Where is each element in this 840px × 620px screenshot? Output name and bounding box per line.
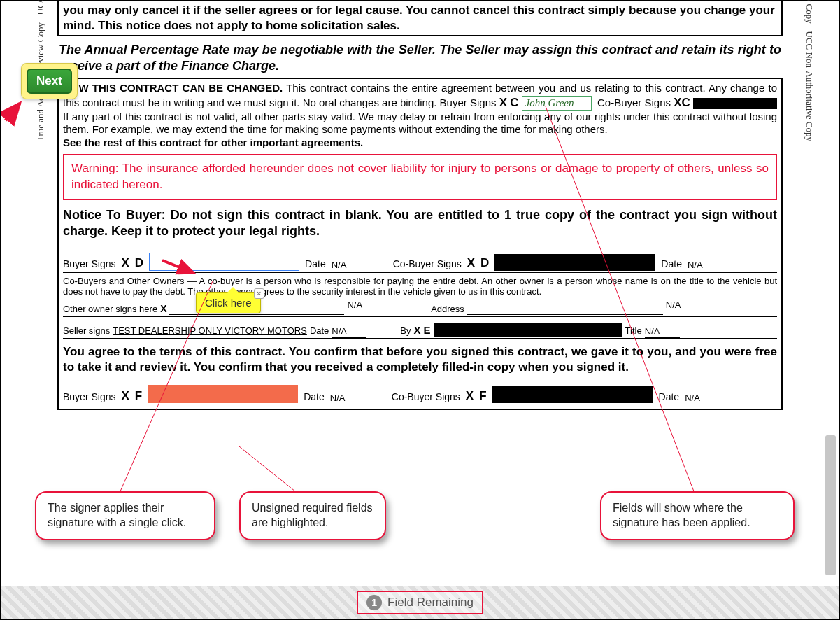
negotiable-notice: The Annual Percentage Rate may be negoti… — [57, 36, 783, 78]
watermark-right: True and Accurate Review Copy - UCC Non-… — [804, 0, 815, 141]
date-label: Date — [310, 325, 329, 337]
agree-terms-text: You agree to the terms of this contract.… — [63, 344, 777, 375]
footer-bar: 1 Field Remaining — [1, 586, 839, 619]
cobuyer-signature-c-redacted — [693, 98, 777, 109]
how-changed-box: HOW THIS CONTRACT CAN BE CHANGED. This c… — [57, 78, 783, 410]
date-val-buyer-d: N/A — [332, 260, 366, 272]
date-label: Date — [305, 258, 326, 271]
x-mark: X — [499, 96, 507, 109]
sig-letter-f: F — [135, 388, 142, 403]
next-button-wrap: Next — [21, 63, 78, 99]
cancel-notice-box: you may only cancel it if the seller agr… — [57, 1, 783, 36]
buyer-signs-label: Buyer Signs — [63, 391, 115, 404]
sig-letter-e: E — [424, 324, 431, 337]
see-rest-text: See the rest of this contract for other … — [63, 136, 363, 148]
sig-letter-c2: C — [682, 96, 690, 109]
cobuyer-signs-label: Co-Buyer Signs — [392, 391, 460, 404]
title-na: N/A — [645, 326, 680, 338]
other-owner-na: N/A — [347, 300, 362, 311]
cobuyer-signature-d-redacted — [494, 254, 655, 271]
cobuyer-signs-label: Co-Buyer Signs — [597, 97, 671, 108]
close-icon[interactable]: × — [254, 288, 264, 299]
how-changed-text-2: If any part of this contract is not vali… — [63, 111, 777, 136]
signature-row-f: Buyer Signs X F Date N/A Co-Buyer Signs … — [63, 375, 777, 404]
buyer-signature-d-field[interactable] — [149, 253, 299, 271]
x-mark: X — [121, 388, 129, 403]
warning-box: Warning: The insurance afforded hereunde… — [63, 154, 777, 200]
sig-letter-f2: F — [479, 388, 486, 403]
title-label: Title — [625, 325, 642, 337]
contract-document: you may only cancel it if the seller agr… — [57, 1, 783, 410]
signature-row-d: Buyer Signs X D Date N/A Co-Buyer Signs … — [63, 240, 777, 273]
sig-letter-c: C — [510, 96, 518, 109]
callout-unsigned-highlight: Unsigned required fields are highlighted… — [239, 491, 386, 540]
seller-date-na: N/A — [332, 326, 366, 338]
by-label: By — [400, 325, 411, 337]
other-owner-row: Other owner signs here X N/A Address N/A — [63, 297, 777, 318]
field-remaining-indicator[interactable]: 1 Field Remaining — [357, 591, 483, 614]
x-mark: X — [674, 96, 681, 109]
x-mark: X — [414, 324, 421, 337]
seller-name: TEST DEALERSHIP ONLY VICTORY MOTORS — [113, 325, 307, 337]
date-val-cobuyer-f: N/A — [685, 393, 720, 404]
buyer-signs-label: Buyer Signs — [63, 258, 115, 271]
svg-line-0 — [6, 104, 20, 120]
sig-letter-d2: D — [480, 255, 489, 270]
seller-row: Seller signs TEST DEALERSHIP ONLY VICTOR… — [63, 317, 777, 339]
date-val-cobuyer-d: N/A — [688, 260, 722, 272]
cobuyer-signs-label: Co-Buyer Signs — [393, 258, 462, 271]
notice-to-buyer: Notice To Buyer: Do not sign this contra… — [63, 207, 777, 240]
sig-letter-d: D — [135, 255, 143, 270]
buyer-signature-c[interactable]: John Green — [522, 96, 592, 111]
field-count-badge: 1 — [366, 595, 382, 610]
next-button[interactable]: Next — [27, 69, 72, 94]
buyer-signature-f-field[interactable] — [148, 385, 298, 403]
cobuyer-fine-print: Co-Buyers and Other Owners — A co-buyer … — [63, 276, 777, 297]
svg-line-2 — [239, 446, 295, 491]
address-na: N/A — [666, 300, 681, 311]
callout-signer-click: The signer applies their signature with … — [35, 491, 215, 540]
other-owner-label: Other owner signs here — [63, 304, 157, 315]
seller-signs-label: Seller signs — [63, 325, 110, 337]
x-mark: X — [160, 303, 166, 316]
date-label: Date — [661, 258, 682, 271]
address-label: Address — [431, 304, 464, 315]
click-here-label: Click here — [205, 297, 252, 309]
cobuyer-signature-f-redacted — [492, 386, 653, 403]
by-signature-redacted — [434, 323, 622, 337]
date-label: Date — [659, 391, 680, 404]
date-val-buyer-f: N/A — [330, 393, 365, 404]
callout-fields-show: Fields will show where the signature has… — [600, 491, 795, 540]
scrollbar[interactable] — [825, 435, 836, 575]
x-mark: X — [467, 255, 475, 270]
click-here-tooltip: Click here × — [196, 292, 261, 313]
date-label: Date — [304, 391, 325, 404]
how-changed-header: HOW THIS CONTRACT CAN BE CHANGED. — [63, 82, 283, 94]
field-remaining-label: Field Remaining — [387, 596, 474, 610]
x-mark: X — [466, 388, 474, 403]
x-mark: X — [121, 255, 129, 270]
